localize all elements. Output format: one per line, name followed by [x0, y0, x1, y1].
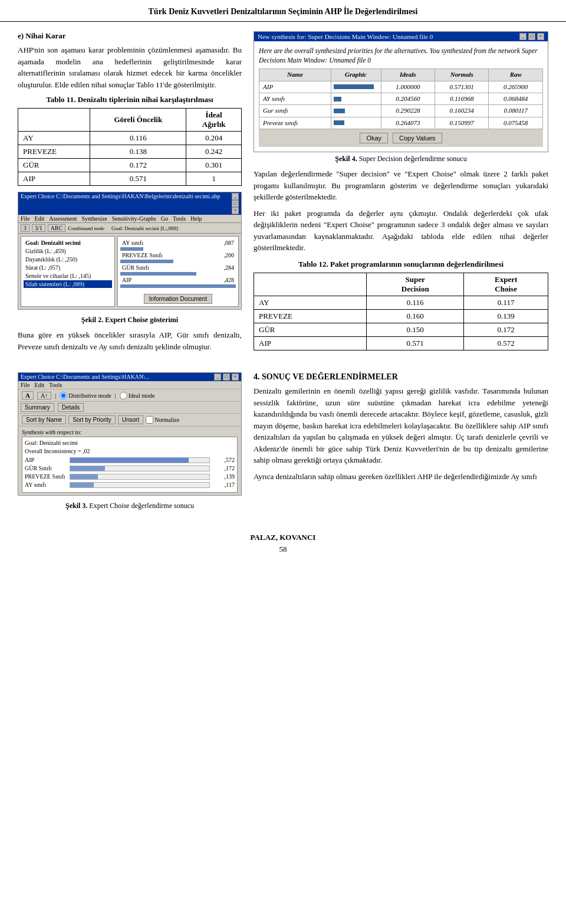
goal-item: Goal: Denizalti secimi — [24, 239, 112, 247]
menu-edit2[interactable]: Edit — [35, 382, 45, 388]
menu-file2[interactable]: File — [21, 382, 30, 388]
header-title: Türk Deniz Kuvvetleri Denizaltılarının S… — [149, 7, 418, 16]
tablo11-row2-col2: 0.301 — [186, 159, 242, 172]
result-row-preveze: PREVEZE Sınıfı ,139 — [25, 473, 235, 480]
normalize-checkbox[interactable] — [146, 416, 153, 424]
r-ay-bar — [70, 483, 94, 487]
max-btn[interactable]: □ — [528, 33, 535, 40]
menu-file[interactable]: File — [21, 215, 30, 222]
bottom-para2: Ayrıca denizaltıların sahip olması gerek… — [254, 471, 548, 483]
toolbar-radio-dist: Distributive mode — [60, 392, 111, 399]
bottom-section: Expert Choice C:\Documents and Settings\… — [0, 366, 566, 527]
result-row-ay: AY sınıfı ,117 — [25, 481, 235, 488]
figure2-para: Buna göre en yüksek öncelikler sırasıyla… — [18, 329, 242, 352]
tablo12-col0 — [254, 273, 367, 296]
syn-row3-name: Preveze sınıfı — [259, 117, 331, 129]
toolbar-a-small-btn[interactable]: A↑ — [37, 392, 51, 399]
menu-synthesize[interactable]: Synthesize — [81, 215, 107, 222]
figure2-left-panel: Goal: Denizalti secimi Gizlilik (L: ,459… — [21, 236, 115, 307]
r-preveze-bar — [70, 474, 98, 479]
result-aip-value: ,428 — [224, 277, 235, 283]
copy-values-button[interactable]: Copy Values — [393, 133, 442, 143]
ideal-radio[interactable] — [120, 392, 127, 399]
summary-tab[interactable]: Summary — [21, 403, 54, 412]
table-row: PREVEZE 0.138 0.242 — [18, 145, 242, 159]
r-preveze-bar-container — [70, 474, 210, 480]
syn-row1-normals: 0.116968 — [435, 93, 489, 104]
info-document-button[interactable]: Information Document — [144, 294, 212, 304]
bottom-para1: Denizaltı gemilerinin en önemli özelliği… — [254, 385, 548, 466]
menu-assessment[interactable]: Assessment — [49, 215, 77, 222]
t12-row3-sd: 0.571 — [367, 336, 464, 350]
gizlilik-item: Gizlilik (L: ,459) — [24, 247, 112, 255]
table-row: Gur sınıfı 0.290228 0.160234 0.080117 — [259, 105, 543, 117]
menu-tools2[interactable]: Tools — [49, 382, 62, 388]
tablo11-row3-col2: 1 — [186, 172, 242, 186]
r-ay-value: ,117 — [213, 481, 235, 488]
r-preveze-label: PREVEZE Sınıfı — [25, 473, 66, 480]
menu-help[interactable]: Help — [190, 215, 202, 222]
figure4-titlebar: New synthesis for: Super Decisions Main … — [254, 32, 548, 41]
figure3-toolbar2: Summary Details — [18, 402, 241, 414]
t12-row0-ec: 0.117 — [464, 296, 548, 309]
left-column: e) Nihai Karar AHP'nin son aşaması karar… — [18, 31, 242, 357]
syn-col-raw: Raw — [489, 69, 543, 81]
toolbar-item4: Combinand node — [68, 225, 104, 231]
menu-go[interactable]: Go — [161, 215, 168, 222]
maximize-button[interactable]: □ — [232, 200, 239, 207]
okay-button[interactable]: Okay — [360, 133, 388, 143]
t12-row3-ec: 0.572 — [464, 336, 548, 350]
toolbar-separator2: | — [55, 392, 56, 399]
result-ay-value: ,087 — [224, 240, 235, 246]
menu-sensitivity[interactable]: Sensitivity-Graphs — [112, 215, 156, 222]
tablo11-row1-col0: PREVEZE — [18, 145, 90, 159]
tablo12-container: Tablo 12. Paket programlarının sonuçları… — [254, 260, 548, 350]
tablo11-row0-col2: 0.204 — [186, 132, 242, 145]
t12-row1-sd: 0.160 — [367, 309, 464, 323]
syn-row0-name: AIP — [259, 81, 331, 93]
syn-row2-name: Gur sınıfı — [259, 105, 331, 117]
bottom-right-column: 4. SONUÇ VE DEĞERLENDİRMELER Denizaltı g… — [254, 366, 548, 515]
result-aip: AIP ,428 — [120, 276, 236, 284]
syn-row0-raw: 0.265900 — [489, 81, 543, 93]
table-row: PREVEZE 0.160 0.139 — [254, 309, 548, 323]
result-ay: AY sınıfı ,087 — [120, 239, 236, 247]
f3-close-btn[interactable]: × — [232, 373, 239, 381]
page-num-value: 58 — [279, 545, 287, 553]
t12-row2-sd: 0.150 — [367, 323, 464, 336]
figure3-toolbar: A A↑ | Distributive mode | Ideal mode — [18, 389, 241, 402]
syn-row2-normals: 0.160234 — [435, 105, 489, 117]
minimize-button[interactable]: _ — [232, 193, 239, 200]
f3-min-btn[interactable]: _ — [214, 373, 221, 381]
normalize-checkbox-container: Normalize — [146, 416, 179, 424]
sort-by-name-button[interactable]: Sort by Name — [22, 415, 66, 424]
close-button[interactable]: × — [232, 207, 239, 214]
figure3-toolbar3: Sort by Name Sort by Priority Unsort Nor… — [18, 414, 241, 427]
syn-row1-ideals: 0.204560 — [381, 93, 435, 104]
unsort-button[interactable]: Unsort — [118, 415, 143, 424]
t12-row2-name: GÜR — [254, 323, 367, 336]
main-content: e) Nihai Karar AHP'nin son aşaması karar… — [0, 22, 566, 366]
figure2-caption-text: Şekil 2. Expert Choise gösterimi — [81, 316, 178, 324]
details-tab[interactable]: Details — [58, 403, 84, 412]
menu-tools[interactable]: Tools — [173, 215, 186, 222]
toolbar-item2: 3/1 — [32, 224, 45, 232]
toolbar-a-btn[interactable]: A — [22, 391, 34, 399]
t12-row2-ec: 0.172 — [464, 323, 548, 336]
syn-row1-raw: 0.068484 — [489, 93, 543, 104]
distributive-radio[interactable] — [60, 392, 67, 399]
sort-by-priority-button[interactable]: Sort by Priority — [68, 415, 116, 424]
section4-title: 4. SONUÇ VE DEĞERLENDİRMELER — [254, 372, 548, 382]
section-e-heading: e) Nihai Karar — [18, 31, 242, 41]
figure3-goal: Goal: Denizalti secimi — [25, 440, 235, 446]
tablo11-col1: Göreli Öncelik — [90, 109, 186, 132]
f3-max-btn[interactable]: □ — [223, 373, 230, 381]
x-btn[interactable]: × — [537, 33, 544, 40]
menu-edit[interactable]: Edit — [35, 215, 45, 222]
min-btn[interactable]: _ — [519, 33, 526, 40]
figure2-right-panel: AY sınıfı ,087 PREVEZE Sınıfı ,200 GÜR S… — [117, 236, 239, 307]
table-row: AIP 1.000000 0.571301 0.265900 — [259, 81, 543, 93]
figure3-titlebar: Expert Choice C:\Documents and Settings\… — [18, 373, 241, 381]
result-aip-label: AIP — [122, 277, 131, 283]
bottom-cols: Expert Choice C:\Documents and Settings\… — [18, 366, 548, 515]
